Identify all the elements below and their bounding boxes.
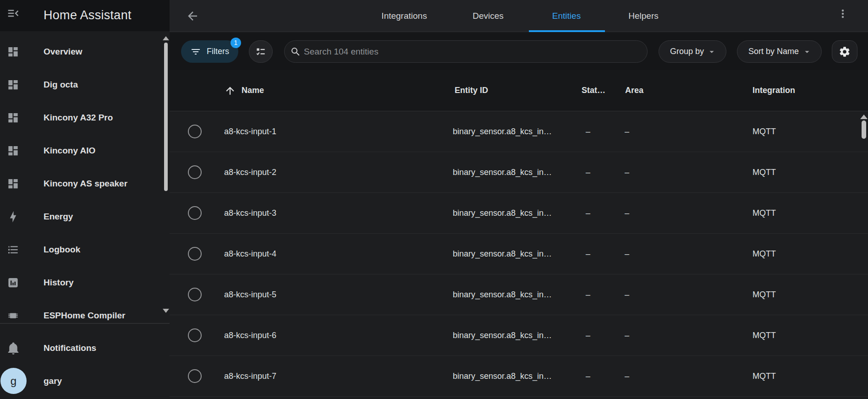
table-scrollbar-thumb[interactable] [862,120,866,139]
cell-name: a8-kcs-input-1 [224,111,276,152]
sidebar-scroll-area[interactable]: OverviewDig octaKincony A32 ProKincony A… [0,31,170,323]
tab-devices[interactable]: Devices [472,0,504,32]
sidebar-item-logbook[interactable]: Logbook [0,233,170,266]
sidebar-item-label: Overview [44,47,82,57]
cell-status: – [586,111,590,152]
column-header-status[interactable]: Stat… [582,70,605,111]
sidebar-divider [0,323,170,324]
sort-ascending-arrow-icon[interactable] [224,85,236,97]
search-input[interactable] [304,47,625,57]
sidebar-item-label: Energy [44,212,73,222]
cell-area: – [625,274,629,315]
user-avatar[interactable]: g [0,368,27,394]
dots-vertical-icon[interactable] [836,7,849,25]
table-row[interactable]: a8-kcs-input-2binary_sensor.a8_kcs_in…––… [170,152,868,193]
row-select-checkbox[interactable] [188,369,202,383]
table-row[interactable]: a8-kcs-input-1binary_sensor.a8_kcs_in…––… [170,111,868,152]
sidebar-header: Home Assistant [0,0,170,31]
row-select-checkbox[interactable] [188,288,202,301]
dashboard-icon [7,112,19,124]
cell-name: a8-kcs-input-4 [224,234,276,274]
notifications-label: Notifications [44,343,96,353]
row-select-checkbox[interactable] [188,206,202,220]
chip-icon [7,310,19,322]
filters-button[interactable]: Filters [181,40,238,63]
column-header-entity-id[interactable]: Entity ID [455,70,488,111]
row-select-checkbox[interactable] [188,328,202,342]
bell-icon [6,341,20,355]
dashboard-icon [7,178,19,190]
cell-area: – [625,152,629,192]
group-by-dropdown[interactable]: Group by [659,40,726,63]
menu-open-icon[interactable] [6,6,20,20]
cell-integration: MQTT [753,111,776,152]
main-content: IntegrationsDevicesEntitiesHelpers Filte… [170,0,868,399]
sort-by-dropdown[interactable]: Sort by Name [737,40,822,63]
column-header-area[interactable]: Area [625,70,643,111]
cell-area: – [625,111,629,152]
sidebar-item-label: Dig octa [44,80,78,90]
cell-status: – [586,315,590,355]
row-select-checkbox[interactable] [188,165,202,179]
sidebar-scrollbar-up-arrow[interactable] [163,36,169,40]
column-header-name[interactable]: Name [242,70,264,111]
row-select-checkbox[interactable] [188,247,202,261]
row-select-checkbox[interactable] [188,125,202,138]
filter-icon [190,46,201,57]
cell-entity-id: binary_sensor.a8_kcs_in… [453,315,552,355]
table-row[interactable]: a8-kcs-input-5binary_sensor.a8_kcs_in…––… [170,274,868,315]
sidebar-scrollbar-down-arrow[interactable] [163,309,169,313]
tab-integrations[interactable]: Integrations [381,0,427,32]
sidebar-item-overview[interactable]: Overview [0,35,170,68]
sidebar-item-energy[interactable]: Energy [0,200,170,233]
table-scrollbar-up-arrow[interactable] [860,115,868,119]
cell-area: – [625,193,629,233]
filters-count-badge: 1 [231,38,241,48]
cell-integration: MQTT [753,274,776,315]
sidebar-item-history[interactable]: History [0,266,170,299]
table-row[interactable]: a8-kcs-input-6binary_sensor.a8_kcs_in…––… [170,315,868,356]
chevron-down-icon [802,47,812,57]
toolbar: Filters 1 [170,32,868,70]
sidebar-item-esphome-compiler[interactable]: ESPHome Compiler [0,299,170,323]
table-row[interactable]: a8-kcs-input-7binary_sensor.a8_kcs_in…––… [170,356,868,397]
cell-integration: MQTT [753,234,776,274]
column-header-integration[interactable]: Integration [753,70,795,111]
cell-entity-id: binary_sensor.a8_kcs_in… [453,111,552,152]
cell-integration: MQTT [753,152,776,192]
cell-status: – [586,193,590,233]
sidebar-item-kincony-aio[interactable]: Kincony AIO [0,134,170,167]
search-field[interactable] [284,40,648,63]
app-title: Home Assistant [44,0,132,31]
cell-status: – [586,234,590,274]
sidebar-scrollbar-thumb[interactable] [164,43,168,191]
checklist-icon [255,46,267,58]
dashboard-icon [7,79,19,91]
sidebar-item-notifications[interactable]: Notifications [0,335,170,361]
filters-label: Filters [207,47,229,56]
settings-button[interactable] [832,40,857,63]
sidebar-item-dig-octa[interactable]: Dig octa [0,68,170,101]
sidebar: Home Assistant OverviewDig octaKincony A… [0,0,170,399]
cell-status: – [586,152,590,192]
cell-entity-id: binary_sensor.a8_kcs_in… [453,152,552,192]
dashboard-icon [7,46,19,58]
sidebar-item-label: Kincony AS speaker [44,179,127,189]
cell-entity-id: binary_sensor.a8_kcs_in… [453,274,552,315]
flash-icon [7,211,19,223]
sidebar-item-kincony-as-speaker[interactable]: Kincony AS speaker [0,167,170,200]
select-entities-button[interactable] [249,40,273,63]
back-arrow-icon[interactable] [186,9,199,23]
sidebar-item-label: History [44,278,73,288]
sidebar-item-label: Kincony AIO [44,146,95,156]
dashboard-icon [7,145,19,157]
cell-status: – [586,274,590,315]
cell-integration: MQTT [753,356,776,396]
tab-entities[interactable]: Entities [552,0,581,32]
tab-helpers[interactable]: Helpers [628,0,658,32]
table-row[interactable]: a8-kcs-input-4binary_sensor.a8_kcs_in…––… [170,234,868,274]
cell-name: a8-kcs-input-7 [224,356,276,396]
sort-by-label: Sort by Name [748,47,799,56]
sidebar-item-kincony-a32-pro[interactable]: Kincony A32 Pro [0,101,170,134]
table-row[interactable]: a8-kcs-input-3binary_sensor.a8_kcs_in…––… [170,193,868,234]
